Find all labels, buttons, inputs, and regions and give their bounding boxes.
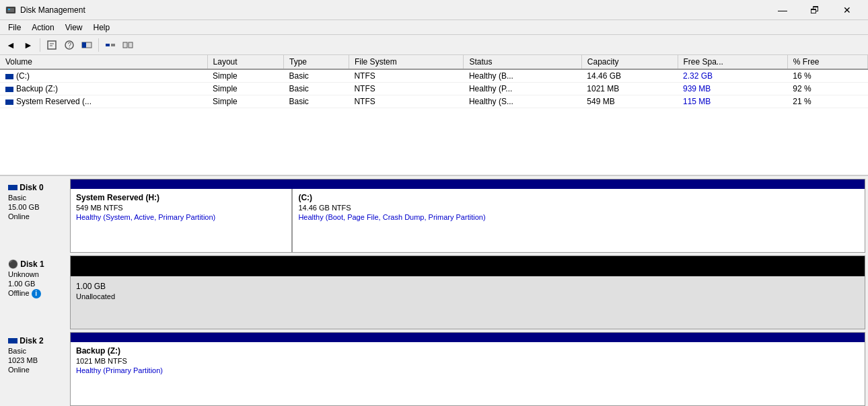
partition-size: 549 MB NTFS [76, 204, 286, 212]
disk-header-bar [71, 333, 865, 342]
cell-capacity: 549 MB [581, 95, 678, 108]
disk-content: 1.00 GBUnallocated [71, 276, 865, 329]
table-header-row: Volume Layout Type File System Status Ca… [0, 55, 868, 69]
cell-freespace: 2.32 GB [678, 69, 787, 83]
table-row[interactable]: (C:) Simple Basic NTFS Healthy (B... 14.… [0, 69, 868, 83]
disk-id: Disk 0 [8, 183, 65, 192]
cell-layout: Simple [207, 95, 283, 108]
svg-rect-12 [123, 42, 127, 48]
window-controls[interactable]: — 🗗 ✕ [767, 0, 863, 20]
partition-block-0[interactable]: System Reserved (H:) 549 MB NTFS Healthy… [71, 189, 293, 252]
menu-help[interactable]: Help [88, 22, 116, 34]
tb-sep2 [98, 38, 99, 52]
app-icon [5, 5, 16, 15]
partition-name: (C:) [298, 193, 859, 202]
svg-rect-11 [111, 44, 115, 46]
cell-filesystem: NTFS [349, 95, 463, 108]
tb-forward[interactable]: ► [20, 38, 36, 52]
disk-partitions-2: Backup (Z:) 1021 MB NTFS Healthy (Primar… [70, 332, 865, 406]
tb-legend[interactable] [102, 38, 118, 52]
tb-help[interactable]: ? [61, 38, 77, 52]
disk-size: 1023 MB [8, 356, 65, 364]
close-button[interactable]: ✕ [832, 0, 863, 20]
cell-type: Basic [283, 83, 349, 95]
cell-type: Basic [283, 95, 349, 108]
cell-layout: Simple [207, 83, 283, 95]
cell-volume: (C:) [0, 69, 207, 83]
disk-status: Online [8, 366, 65, 374]
partition-block-1[interactable]: (C:) 14.46 GB NTFS Healthy (Boot, Page F… [293, 189, 865, 252]
col-type: Type [283, 55, 349, 69]
partition-status: Healthy (Primary Partition) [76, 366, 859, 374]
col-freespace: Free Spa... [678, 55, 787, 69]
disk-row-2: Disk 2 Basic 1023 MB Online Backup (Z:) … [3, 332, 865, 406]
partition-size: 14.46 GB NTFS [298, 204, 859, 212]
svg-rect-9 [82, 42, 86, 48]
col-capacity: Capacity [581, 55, 678, 69]
disk-content: Backup (Z:) 1021 MB NTFS Healthy (Primar… [71, 342, 865, 405]
partition-name: System Reserved (H:) [76, 193, 286, 202]
cell-status: Healthy (B... [464, 69, 581, 83]
col-volume: Volume [0, 55, 207, 69]
menu-view[interactable]: View [60, 22, 88, 34]
disk-label-2: Disk 2 Basic 1023 MB Online [3, 332, 70, 406]
disk-type: Basic [8, 347, 65, 355]
col-layout: Layout [207, 55, 283, 69]
table-row[interactable]: System Reserved (... Simple Basic NTFS H… [0, 95, 868, 108]
partition-status: Healthy (System, Active, Primary Partiti… [76, 213, 286, 221]
svg-text:?: ? [68, 42, 72, 49]
maximize-button[interactable]: 🗗 [799, 0, 830, 20]
partition-status: Healthy (Boot, Page File, Crash Dump, Pr… [298, 213, 859, 221]
disk-type: Basic [8, 194, 65, 202]
disk-size: 1.00 GB [8, 280, 65, 288]
disk-area: Disk 0 Basic 15.00 GB Online System Rese… [0, 176, 868, 406]
cell-freespace: 115 MB [678, 95, 787, 108]
tb-back[interactable]: ◄ [3, 38, 19, 52]
cell-capacity: 14.46 GB [581, 69, 678, 83]
svg-rect-3 [48, 41, 56, 49]
svg-rect-13 [129, 42, 133, 48]
svg-rect-10 [106, 44, 110, 46]
col-status: Status [464, 55, 581, 69]
info-icon[interactable]: i [32, 289, 41, 298]
col-filesystem: File System [349, 55, 463, 69]
tb-sep1 [40, 38, 40, 52]
cell-status: Healthy (S... [464, 95, 581, 108]
disk-row-0: Disk 0 Basic 15.00 GB Online System Rese… [3, 179, 865, 253]
unalloc-label: Unallocated [76, 292, 859, 300]
col-percentfree: % Free [787, 55, 867, 69]
tb-properties[interactable] [44, 38, 60, 52]
partition-block-0[interactable]: Backup (Z:) 1021 MB NTFS Healthy (Primar… [71, 342, 865, 405]
volume-table-area: Volume Layout Type File System Status Ca… [0, 55, 868, 176]
disk-row-1: ⚫ Disk 1 Unknown 1.00 GB Offline i 1.00 … [3, 255, 865, 329]
cell-percentfree: 92 % [787, 83, 867, 95]
disk-partitions-0: System Reserved (H:) 549 MB NTFS Healthy… [70, 179, 865, 253]
unallocated-block: 1.00 GBUnallocated [71, 276, 865, 329]
disk-content: System Reserved (H:) 549 MB NTFS Healthy… [71, 189, 865, 252]
cell-percentfree: 16 % [787, 69, 867, 83]
menu-file[interactable]: File [3, 22, 26, 34]
cell-percentfree: 21 % [787, 95, 867, 108]
toolbar: ◄ ► ? [0, 35, 868, 55]
cell-filesystem: NTFS [349, 69, 463, 83]
partition-name: Backup (Z:) [76, 346, 859, 356]
menu-bar: File Action View Help [0, 20, 868, 35]
partition-size: 1021 MB NTFS [76, 357, 859, 365]
tb-settings[interactable] [120, 38, 136, 52]
table-row[interactable]: Backup (Z:) Simple Basic NTFS Healthy (P… [0, 83, 868, 95]
unalloc-size: 1.00 GB [76, 282, 859, 291]
tb-diskmap[interactable] [79, 38, 95, 52]
disk-status: Offline i [8, 289, 65, 298]
cell-filesystem: NTFS [349, 83, 463, 95]
disk-header-bar [71, 256, 865, 276]
disk-size: 15.00 GB [8, 203, 65, 211]
disk-label-0: Disk 0 Basic 15.00 GB Online [3, 179, 70, 253]
cell-volume: Backup (Z:) [0, 83, 207, 95]
disk-header-bar [71, 179, 865, 189]
menu-action[interactable]: Action [26, 22, 59, 34]
minimize-button[interactable]: — [767, 0, 798, 20]
volume-table: Volume Layout Type File System Status Ca… [0, 55, 868, 108]
svg-rect-2 [8, 9, 10, 10]
disk-id: Disk 2 [8, 336, 65, 346]
disk-partitions-1: 1.00 GBUnallocated [70, 255, 865, 329]
